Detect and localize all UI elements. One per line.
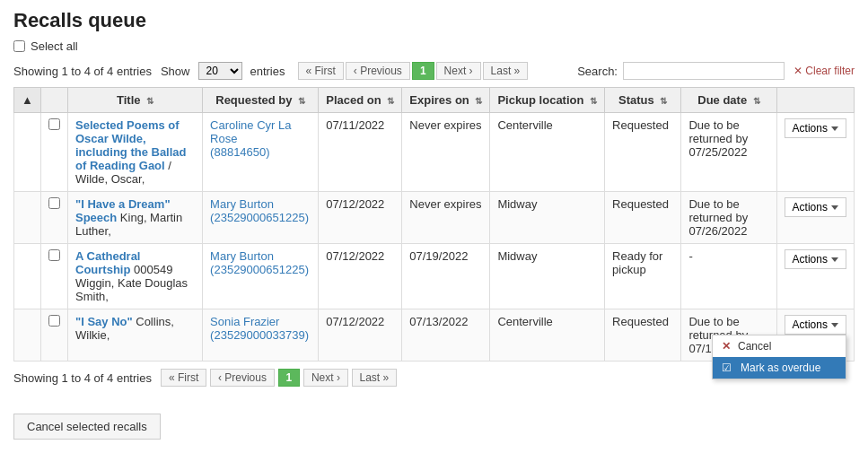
th-title[interactable]: Title ⇅ — [68, 88, 203, 113]
table-row: A Cathedral Courtship 000549 Wiggin, Kat… — [14, 244, 855, 309]
top-first-btn[interactable]: « First — [298, 62, 344, 80]
row-checkbox-1[interactable] — [48, 118, 60, 130]
entries-label: entries — [250, 65, 285, 78]
recalls-table: ▲ Title ⇅ Requested by ⇅ Placed on ⇅ Exp… — [13, 87, 855, 362]
title-link[interactable]: "I Have a Dream" Speech — [75, 197, 171, 224]
bottom-page-1-btn[interactable]: 1 — [278, 369, 301, 387]
top-previous-btn[interactable]: ‹ Previous — [346, 62, 410, 80]
checkbox-cell — [41, 113, 68, 192]
th-actions — [776, 88, 854, 113]
title-link[interactable]: Selected Poems of Oscar Wilde, including… — [75, 118, 187, 172]
table-row: Selected Poems of Oscar Wilde, including… — [14, 113, 855, 192]
footer-actions: Cancel selected recalls — [13, 399, 855, 440]
placed-on-sort-icon: ⇅ — [387, 96, 394, 106]
th-sort[interactable]: ▲ — [14, 88, 41, 113]
top-page-1-btn[interactable]: 1 — [412, 62, 434, 80]
placed-on-cell: 07/12/2022 — [319, 309, 402, 362]
status-cell: Ready for pickup — [605, 244, 681, 309]
search-input[interactable] — [623, 62, 785, 80]
bottom-next-btn[interactable]: Next › — [303, 369, 348, 387]
dropdown-item-cancel[interactable]: ✕Cancel — [713, 335, 846, 357]
expires-on-cell: 07/13/2022 — [402, 309, 490, 362]
select-all-label: Select all — [31, 39, 78, 53]
show-entries-select[interactable]: 20 10 50 100 — [198, 62, 242, 80]
checkbox-cell — [41, 309, 68, 362]
pickup-location-cell: Centerville — [490, 113, 605, 192]
actions-caret — [831, 257, 838, 262]
clear-filter-link[interactable]: ✕ Clear filter — [793, 65, 855, 77]
expires-on-cell: Never expires — [402, 113, 490, 192]
select-all-checkbox[interactable] — [13, 40, 25, 52]
patron-cell: Mary Burton (23529000651225) — [203, 192, 319, 244]
actions-button[interactable]: Actions — [785, 197, 846, 217]
pickup-sort-icon: ⇅ — [590, 96, 597, 106]
patron-link[interactable]: Mary Burton (23529000651225) — [210, 197, 309, 224]
search-area: Search: ✕ Clear filter — [577, 62, 855, 80]
row-checkbox-3[interactable] — [48, 249, 60, 261]
actions-dropdown: Actions — [785, 249, 846, 269]
bottom-showing: Showing 1 to 4 of 4 entries — [13, 371, 152, 385]
top-pagination-bar: Showing 1 to 4 of 4 entries Show 20 10 5… — [13, 62, 855, 80]
bottom-last-btn[interactable]: Last » — [352, 369, 398, 387]
bottom-previous-btn[interactable]: ‹ Previous — [210, 369, 275, 387]
x-icon: ✕ — [722, 340, 731, 353]
actions-dropdown: Actions — [785, 118, 846, 138]
placed-on-cell: 07/12/2022 — [319, 244, 402, 309]
top-last-btn[interactable]: Last » — [483, 62, 529, 80]
patron-cell: Mary Burton (23529000651225) — [203, 244, 319, 309]
check-icon: ☑ — [722, 362, 732, 374]
actions-button[interactable]: Actions — [785, 249, 846, 269]
th-expires-on[interactable]: Expires on ⇅ — [402, 88, 490, 113]
row-checkbox-4[interactable] — [48, 315, 60, 327]
th-placed-on[interactable]: Placed on ⇅ — [319, 88, 402, 113]
row-checkbox-2[interactable] — [48, 197, 60, 209]
due-date-sort-icon: ⇅ — [753, 96, 760, 106]
status-sort-icon: ⇅ — [660, 96, 667, 106]
actions-dropdown: Actions — [785, 197, 846, 217]
table-row: "I Say No" Collins, Wilkie,Sonia Frazier… — [14, 309, 855, 362]
patron-link[interactable]: Sonia Frazier (23529000033739) — [210, 315, 309, 342]
sort-cell — [14, 244, 41, 309]
cancel-selected-recalls-button[interactable]: Cancel selected recalls — [13, 414, 161, 440]
bottom-pager: « First ‹ Previous 1 Next › Last » — [161, 369, 397, 387]
th-status[interactable]: Status ⇅ — [605, 88, 681, 113]
bottom-first-btn[interactable]: « First — [161, 369, 206, 387]
top-pager: « First ‹ Previous 1 Next › Last » — [298, 62, 529, 80]
select-all-row: Select all — [13, 39, 855, 53]
title-link[interactable]: A Cathedral Courtship — [75, 249, 140, 276]
patron-cell: Caroline Cyr La Rose (88814650) — [203, 113, 319, 192]
placed-on-cell: 07/12/2022 — [319, 192, 402, 244]
checkbox-cell — [41, 244, 68, 309]
actions-caret — [831, 323, 838, 327]
actions-caret — [831, 126, 838, 131]
checkbox-cell — [41, 192, 68, 244]
pickup-location-cell: Centerville — [490, 309, 605, 362]
show-label: Show — [161, 65, 190, 78]
title-sort-icon: ⇅ — [146, 96, 153, 106]
th-pickup-location[interactable]: Pickup location ⇅ — [490, 88, 605, 113]
actions-button[interactable]: Actions — [785, 315, 846, 335]
top-next-btn[interactable]: Next › — [436, 62, 481, 80]
pickup-location-cell: Midway — [490, 244, 605, 309]
patron-link[interactable]: Caroline Cyr La Rose (88814650) — [210, 118, 291, 159]
dropdown-item-mark-as-overdue[interactable]: ☑Mark as overdue — [713, 357, 846, 379]
actions-button[interactable]: Actions — [785, 118, 846, 138]
status-cell: Requested — [605, 192, 681, 244]
title-link[interactable]: "I Say No" — [75, 315, 133, 328]
actions-cell: Actions — [776, 113, 854, 192]
page-title: Recalls queue — [13, 9, 855, 32]
actions-caret — [831, 205, 838, 210]
placed-on-cell: 07/11/2022 — [319, 113, 402, 192]
th-requested-by[interactable]: Requested by ⇅ — [203, 88, 319, 113]
actions-cell: Actions — [776, 192, 854, 244]
title-cell: "I Have a Dream" Speech King, Martin Lut… — [68, 192, 203, 244]
th-due-date[interactable]: Due date ⇅ — [681, 88, 776, 113]
sort-cell — [14, 192, 41, 244]
title-cell: "I Say No" Collins, Wilkie, — [68, 309, 203, 362]
title-cell: A Cathedral Courtship 000549 Wiggin, Kat… — [68, 244, 203, 309]
due-date-cell: Due to be returned by 07/26/2022 — [681, 192, 776, 244]
due-date-cell: Due to be returned by 07/25/2022 — [681, 113, 776, 192]
title-cell: Selected Poems of Oscar Wilde, including… — [68, 113, 203, 192]
patron-link[interactable]: Mary Burton (23529000651225) — [210, 249, 309, 276]
pickup-location-cell: Midway — [490, 192, 605, 244]
